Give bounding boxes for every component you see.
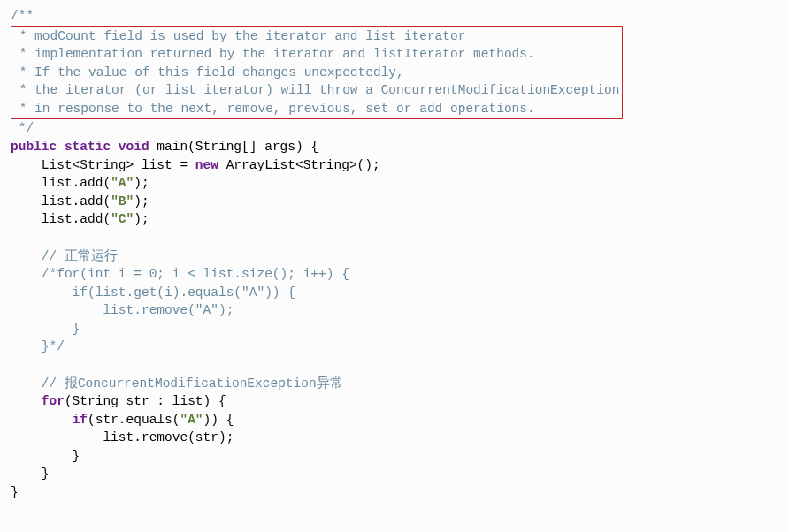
- highlight-box: * modCount field is used by the iterator…: [11, 26, 623, 120]
- doc-close: */: [11, 121, 34, 135]
- commented-for-brace2: }*/: [11, 339, 65, 353]
- kw-public: public: [11, 140, 57, 154]
- doc-line-3: If the value of this field changes unexp…: [34, 65, 404, 80]
- code-block: /** * modCount field is used by the iter…: [11, 7, 778, 502]
- doc-line-5: in response to the next, remove, previou…: [34, 102, 535, 116]
- doc-line-2: implementation returned by the iterator …: [34, 47, 535, 61]
- add-b: );: [134, 176, 149, 190]
- doc-star: *: [11, 65, 34, 80]
- commented-for-remove: list.remove("A");: [11, 303, 234, 317]
- str-c: "C": [111, 212, 134, 226]
- kw-if: if: [73, 413, 88, 427]
- str-a: "A": [111, 176, 134, 190]
- str-b: "B": [111, 194, 134, 209]
- if2-c: )) {: [203, 413, 234, 427]
- doc-line-4: the iterator (or list iterator) will thr…: [34, 83, 619, 97]
- kw-void: void: [119, 140, 149, 154]
- doc-line-1: modCount field is used by the iterator a…: [34, 29, 465, 43]
- kw-for: for: [42, 394, 65, 408]
- brace-close-3: }: [11, 485, 19, 499]
- brace-close-1: }: [11, 449, 80, 463]
- doc-star: *: [11, 102, 34, 116]
- add-b: );: [134, 212, 149, 226]
- if2-indent: [11, 413, 73, 427]
- for2-indent: [11, 394, 42, 408]
- str-a-2: "A": [180, 413, 203, 427]
- doc-star: *: [11, 29, 34, 43]
- brace-close-2: }: [11, 467, 50, 481]
- commented-for-brace1: }: [11, 322, 80, 336]
- method-sig: main(String[] args) {: [149, 140, 318, 154]
- add-a: list.add(: [11, 212, 111, 226]
- list-decl-a: List<String> list =: [11, 158, 195, 172]
- add-a: list.add(: [11, 194, 111, 209]
- comment-ok: // 正常运行: [11, 249, 118, 263]
- if2-b: (str.equals(: [88, 413, 180, 427]
- sp: [111, 140, 119, 154]
- kw-static: static: [65, 140, 111, 154]
- doc-star: *: [11, 47, 34, 61]
- comment-error: // 报ConcurrentModificationException异常: [11, 376, 343, 391]
- doc-open: /**: [11, 9, 34, 23]
- doc-star: *: [11, 83, 34, 97]
- commented-for-if: if(list.get(i).equals("A")) {: [11, 285, 295, 300]
- commented-for-open: /*for(int i = 0; i < list.size(); i++) {: [11, 267, 349, 281]
- for2-rest: (String str : list) {: [65, 394, 226, 408]
- sp: [57, 140, 65, 154]
- remove-line: list.remove(str);: [11, 430, 234, 445]
- add-a: list.add(: [11, 176, 111, 190]
- kw-new: new: [195, 158, 218, 172]
- list-decl-b: ArrayList<String>();: [218, 158, 380, 172]
- add-b: );: [134, 194, 149, 209]
